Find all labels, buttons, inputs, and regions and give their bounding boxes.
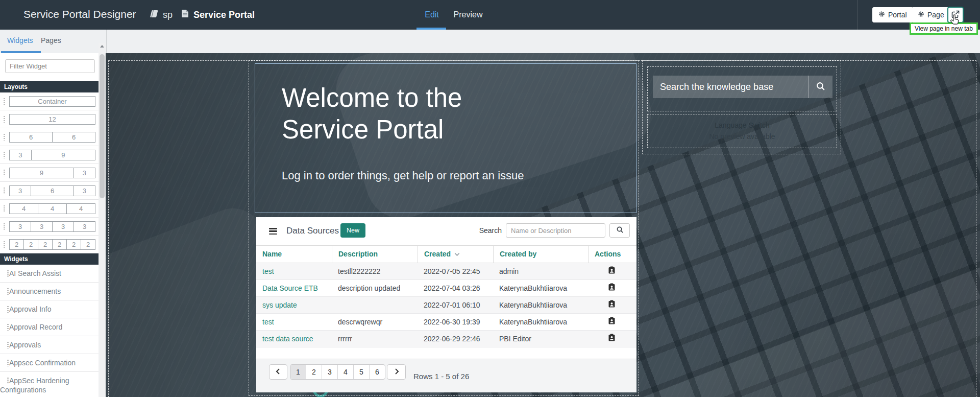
drag-handle-icon[interactable] (4, 116, 5, 123)
layout-cell: 6 (9, 132, 53, 143)
column-header-actions[interactable]: Actions (588, 246, 636, 263)
layout-cell: 2 (23, 239, 38, 250)
language-switch-widget[interactable]: Language Switch No preview available (647, 114, 837, 148)
drag-handle-icon[interactable] (7, 270, 9, 277)
drag-handle-icon[interactable] (4, 205, 5, 212)
tab-widgets[interactable]: Widgets (7, 36, 33, 44)
layout-cells: 222222 (9, 239, 95, 250)
workflow-icon[interactable] (608, 263, 615, 279)
layout-row[interactable]: Container (0, 92, 99, 110)
cell-name[interactable]: test (256, 314, 332, 330)
workflow-icon[interactable] (608, 331, 615, 347)
cell-name[interactable]: test (256, 263, 332, 279)
cell-name[interactable]: test data source (256, 331, 332, 347)
layout-row[interactable]: 12 (0, 110, 99, 128)
drag-handle-icon[interactable] (4, 170, 5, 176)
drag-handle-icon[interactable] (4, 188, 5, 194)
drag-handle-icon[interactable] (7, 324, 9, 331)
tab-edit[interactable]: Edit (419, 0, 445, 30)
previous-page-button[interactable] (269, 364, 287, 380)
cell-actions (588, 280, 636, 296)
page-number-button[interactable]: 4 (337, 365, 353, 379)
table-search-input[interactable] (506, 223, 605, 238)
cell-description: description updated (332, 280, 418, 296)
next-page-button[interactable] (387, 364, 406, 380)
workflow-icon[interactable] (608, 314, 615, 330)
cell-created: 2022-06-29 22:46 (418, 331, 493, 347)
kb-search-bar[interactable]: Search the knowledge base (653, 76, 832, 98)
hamburger-icon[interactable] (269, 228, 277, 236)
widget-item[interactable]: Announcements (0, 283, 99, 300)
layout-row[interactable]: 222222 (0, 236, 99, 253)
workflow-icon[interactable] (608, 297, 615, 313)
drag-handle-icon[interactable] (4, 134, 5, 141)
cell-name[interactable]: sys update (256, 297, 332, 313)
language-widget-message: No preview available (648, 132, 837, 141)
data-sources-widget[interactable]: Data Sources New Search NameDescriptionC… (256, 217, 636, 392)
page-number-button[interactable]: 5 (353, 365, 369, 379)
page-settings-button[interactable]: Page (912, 7, 950, 22)
drag-handle-icon[interactable] (4, 223, 5, 230)
layout-cells: 39 (9, 150, 95, 160)
widget-item[interactable]: Appsec Confirmation (0, 354, 99, 372)
page-number-button[interactable]: 1 (290, 365, 306, 379)
layout-cell: 2 (66, 239, 81, 250)
table-search-button[interactable] (609, 223, 630, 238)
widget-item[interactable]: AI Search Assist (0, 265, 99, 283)
layout-row[interactable]: 444 (0, 200, 99, 218)
widgets-section-header: Widgets (0, 253, 99, 265)
widget-item[interactable]: Approval Record (0, 318, 99, 336)
portal-settings-button[interactable]: Portal (872, 7, 913, 22)
column-header-description[interactable]: Description (332, 246, 418, 263)
widget-item-label: Approvals (0, 340, 96, 349)
sidebar-scrollbar[interactable] (99, 43, 106, 397)
search-icon (616, 226, 624, 235)
widgets-list: AI Search AssistAnnouncementsApproval In… (0, 265, 99, 397)
new-button[interactable]: New (340, 223, 365, 238)
layout-cell: 3 (52, 221, 74, 232)
cell-created_by: KaterynaBukhtiiarova (493, 314, 588, 330)
drag-handle-icon[interactable] (7, 378, 9, 384)
drag-handle-icon[interactable] (7, 360, 9, 366)
drag-handle-icon[interactable] (4, 152, 5, 158)
drag-handle-icon[interactable] (7, 288, 9, 295)
column-header-created[interactable]: Created (418, 246, 493, 263)
widget-item[interactable]: AppSec Hardening Configurations (0, 372, 99, 397)
drag-handle-icon[interactable] (4, 98, 5, 105)
column-header-name[interactable]: Name (256, 246, 332, 263)
drag-handle-icon[interactable] (4, 241, 5, 248)
layout-cell: 3 (31, 221, 53, 232)
scrollbar-thumb[interactable] (100, 54, 105, 198)
scroll-up-icon[interactable] (100, 45, 104, 48)
page-number-button[interactable]: 3 (322, 365, 337, 379)
layout-row[interactable]: 363 (0, 182, 99, 200)
cell-name[interactable]: Data Source ETB (256, 280, 332, 296)
layout-cell: 2 (52, 239, 67, 250)
active-tab-underline (416, 28, 446, 30)
widget-item[interactable]: Approval Info (0, 300, 99, 318)
sidebar: Widgets Pages Layouts Container126639933… (0, 30, 106, 397)
layout-row[interactable]: 93 (0, 164, 99, 182)
hero-widget[interactable]: Welcome to theService Portal Log in to o… (255, 63, 636, 213)
drag-handle-icon[interactable] (7, 342, 9, 348)
tab-pages[interactable]: Pages (41, 36, 61, 44)
layout-row[interactable]: 3333 (0, 218, 99, 236)
filter-widget-input[interactable] (5, 59, 95, 73)
cell-description (332, 297, 418, 313)
kb-search-button[interactable] (808, 81, 832, 93)
kb-search-widget[interactable]: Search the knowledge base (647, 66, 837, 111)
layout-row[interactable]: 39 (0, 146, 99, 164)
portal-code[interactable]: sp (163, 10, 173, 20)
sort-descending-icon[interactable] (454, 246, 460, 263)
column-header-created-by[interactable]: Created by (493, 246, 588, 263)
workflow-icon[interactable] (608, 280, 615, 296)
page-number-button[interactable]: 2 (306, 365, 322, 379)
widget-item[interactable]: Approvals (0, 336, 99, 354)
portal-name[interactable]: Service Portal (193, 10, 255, 20)
layout-row[interactable]: 66 (0, 128, 99, 146)
drag-handle-icon[interactable] (7, 306, 9, 313)
table-body: testtestll22222222022-07-05 22:45adminDa… (256, 263, 636, 347)
page-number-button[interactable]: 6 (369, 365, 385, 379)
kb-search-input[interactable]: Search the knowledge base (653, 82, 808, 92)
tab-preview[interactable]: Preview (451, 0, 485, 30)
